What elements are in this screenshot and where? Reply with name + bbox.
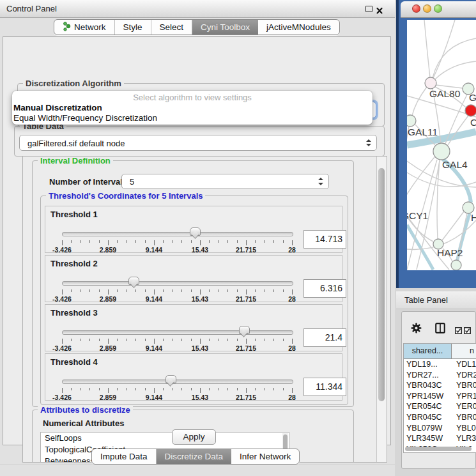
table-row[interactable]: YPR145WYPR1 (404, 391, 476, 402)
threshold-panel: Threshold 4-3.4262.8599.14415.4321.71528… (45, 353, 342, 401)
checkbox-icon[interactable] (455, 325, 462, 337)
tab-cyni-toolbox[interactable]: Cyni Toolbox (192, 20, 258, 35)
slider-tick (135, 339, 136, 341)
slider-tick (237, 289, 238, 292)
slider-track[interactable] (62, 330, 293, 335)
slider-thumb[interactable] (239, 326, 250, 334)
close-traffic-light[interactable] (412, 4, 420, 13)
network-icon (63, 22, 71, 33)
minimize-traffic-light[interactable] (423, 4, 431, 13)
network-highlight-edge[interactable] (407, 225, 433, 270)
slider-tick (99, 339, 100, 341)
slider-track[interactable] (62, 380, 293, 384)
table-data-combobox[interactable]: galFiltered.sif default node (19, 135, 377, 151)
network-edge[interactable] (433, 38, 476, 78)
slider-tick (283, 339, 284, 341)
table-cell: YLR345W (404, 433, 452, 444)
group-title: Attributes to discretize (38, 405, 133, 415)
threshold-value-field[interactable]: 14.713 (303, 230, 346, 249)
slider-tick (209, 388, 210, 390)
slider-tick (292, 388, 293, 393)
tick-label: 2.859 (90, 344, 126, 352)
table-row[interactable]: YER054CYER0 (404, 401, 476, 412)
slider-tick (127, 388, 127, 390)
checkbox-icon[interactable] (464, 325, 471, 337)
network-node[interactable] (425, 77, 436, 89)
slider-tick (265, 240, 265, 243)
network-node[interactable] (433, 143, 450, 160)
table-row[interactable]: YDL19...YDL1 (404, 359, 476, 370)
node-table: shared...n YDL19...YDL1YDR27...YDR2YBR04… (403, 343, 476, 453)
close-icon[interactable] (376, 5, 383, 17)
tick-label: 9.144 (136, 394, 172, 401)
column-header[interactable]: n (452, 344, 476, 358)
divider (0, 464, 395, 465)
network-canvas[interactable]: GAL80GACGAL11GAL4GCY1HHAP2 (407, 20, 476, 270)
cytoscape-window: Control Panel NetworkStyleSelectCyni Too… (0, 0, 476, 476)
threshold-value-field[interactable]: 21.4 (303, 328, 346, 347)
table-row[interactable]: YBL079WYBL0 (404, 423, 476, 434)
attribute-list-item[interactable]: SelfLoops (41, 433, 289, 444)
slider-tick (117, 339, 118, 341)
column-header[interactable]: shared... (404, 344, 452, 358)
slider-tick (117, 388, 118, 390)
table-cell: YDL19... (404, 359, 452, 370)
network-edge[interactable] (442, 211, 464, 240)
node-label: GAL4 (442, 159, 468, 170)
slider-track[interactable] (62, 281, 293, 286)
table-row[interactable]: YDR27...YDR2 (404, 370, 476, 381)
zoom-traffic-light[interactable] (434, 4, 442, 13)
tab-label: Infer Network (240, 452, 291, 461)
tab-infer-network[interactable]: Infer Network (231, 449, 299, 464)
tab-style[interactable]: Style (115, 20, 151, 35)
network-edge[interactable] (424, 20, 430, 77)
slider-tick (173, 289, 173, 292)
slider-tick (191, 289, 192, 292)
table-rows: YDL19...YDL1YDR27...YDR2YBR043CYBR0YPR14… (404, 359, 476, 447)
slider-tick (227, 289, 228, 292)
tab-discretize-data[interactable]: Discretize Data (157, 449, 232, 464)
gear-icon[interactable] (411, 323, 422, 336)
tab-select[interactable]: Select (151, 20, 193, 35)
tab-network[interactable]: Network (54, 20, 115, 35)
slider-tick (246, 339, 247, 344)
algorithm-option[interactable]: Manual Discretization (13, 103, 102, 112)
slider-tick (81, 339, 81, 341)
table-row[interactable]: YBR045CYBR0 (404, 412, 476, 423)
float-icon[interactable] (365, 6, 372, 12)
table-panel: shared...n YDL19...YDL1YDR27...YDR2YBR04… (401, 311, 476, 469)
network-node[interactable] (465, 105, 476, 116)
split-view-icon[interactable] (435, 323, 445, 336)
threshold-value-field[interactable]: 6.316 (303, 279, 346, 298)
slider-tick (237, 240, 238, 243)
bottom-tab-bar: Impute DataDiscretize DataInfer Network (91, 449, 300, 464)
slider-tick (181, 289, 182, 292)
tab-jactivemnodules[interactable]: jActiveMNodules (258, 20, 339, 35)
slider-tick (135, 240, 136, 243)
algorithm-option[interactable]: Equal Width/Frequency Discretization (13, 113, 157, 123)
tab-impute-data[interactable]: Impute Data (92, 449, 157, 464)
table-row[interactable]: YLR345WYLR3 (404, 433, 476, 444)
slider-tick (145, 388, 146, 390)
network-edge[interactable] (435, 61, 476, 79)
tab-label: Select (160, 22, 184, 32)
horizontal-scrollbar[interactable] (405, 447, 472, 451)
apply-button[interactable]: Apply (172, 429, 216, 445)
combo-value: 5 (130, 177, 134, 187)
slider-tick (81, 240, 81, 243)
threshold-value-field[interactable]: 11.344 (303, 378, 346, 396)
scrollbar-thumb[interactable] (378, 168, 385, 401)
network-node[interactable] (451, 260, 461, 270)
slider-thumb[interactable] (190, 227, 201, 236)
network-edge[interactable] (433, 20, 455, 78)
network-node[interactable] (407, 115, 416, 127)
slider-tick (163, 240, 164, 243)
slider-tick (200, 339, 201, 344)
slider-thumb[interactable] (128, 277, 139, 285)
num-intervals-combobox[interactable]: 5 (121, 174, 329, 189)
slider-track[interactable] (62, 232, 293, 236)
vertical-scrollbar[interactable] (376, 157, 387, 462)
table-row[interactable]: YBR043CYBR0 (404, 380, 476, 391)
network-window-titlebar (401, 1, 476, 18)
slider-thumb[interactable] (165, 375, 176, 383)
